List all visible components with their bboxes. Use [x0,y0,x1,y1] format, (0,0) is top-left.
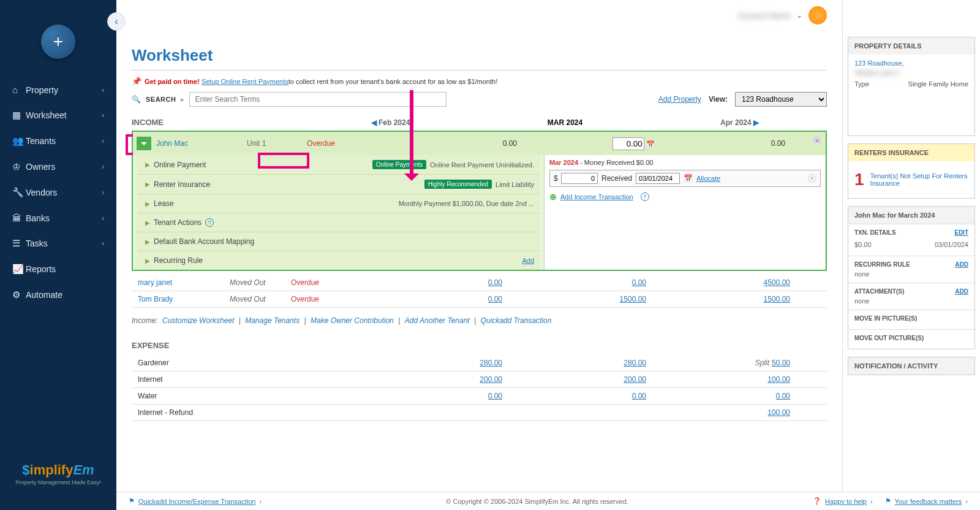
help-icon[interactable]: ? [641,192,649,201]
bank-icon: 🏛 [12,213,26,223]
pin-icon: 📌 [132,77,141,86]
page-title: Worksheet [132,46,827,65]
income-row[interactable]: Tom Brady Moved Out Overdue 0.00 1500.00… [132,291,827,308]
expense-row[interactable]: Gardener 280.00 280.00 Split50.00 [132,355,827,371]
nav-reports[interactable]: 📈Reports [0,256,116,282]
view-select[interactable]: 123 Roadhouse [735,92,827,107]
expand-icon: ▶ [145,161,150,168]
nav-worksheet[interactable]: ▦Worksheet› [0,102,116,128]
amount-prev[interactable]: 0.00 [503,139,517,148]
date-input[interactable] [636,173,680,184]
sidebar: ‹ + ⌂Property› ▦Worksheet› 👥Tenants› ♔Ow… [0,0,116,510]
account-name[interactable]: Account Name [738,11,790,20]
expand-icon: ▶ [145,257,150,264]
nav-automate[interactable]: ⚙Automate [0,282,116,308]
expand-icon: ▶ [145,181,150,188]
nav: ⌂Property› ▦Worksheet› 👥Tenants› ♔Owners… [0,77,116,308]
topbar: Account Name ⌄ [738,6,827,25]
customize-worksheet-link[interactable]: Customize Worksheet [162,316,234,325]
search-icon: 🔍 [132,95,141,104]
income-header: INCOME [132,118,303,127]
chevron-down-icon[interactable]: ⌄ [796,11,802,20]
sidebar-collapse-button[interactable]: ‹ [107,12,126,31]
income-actions: Income: Customize Worksheet | Manage Ten… [132,316,827,325]
sub-online-payment[interactable]: ▶ Online Payment Online Payments Online … [137,155,540,175]
nav-property[interactable]: ⌂Property› [0,77,116,102]
chevron-right-icon: › [102,137,104,145]
flag-icon: ⚑ [885,497,891,505]
add-attachment-link[interactable]: ADD [955,288,968,295]
sub-renter-insurance[interactable]: ▶ Renter Insurance Highly Recommended Li… [137,175,540,194]
tenant-name[interactable]: John Mac [156,139,247,148]
notification-card: NOTIFICATION / ACTIVITY [848,357,975,375]
add-button[interactable]: + [41,25,75,59]
current-month: MAR 2024 [478,118,652,127]
nav-banks[interactable]: 🏛Banks› [0,205,116,230]
edit-txn-link[interactable]: EDIT [954,229,968,236]
annotation-highlight-box [258,153,309,169]
view-label: View: [709,95,728,104]
income-row[interactable]: mary janet Moved Out Overdue 0.00 0.00 4… [132,275,827,291]
footer: ⚑ Quickadd Income/Expense Transaction › … [116,492,980,510]
insurance-count: 1 [854,170,864,189]
txn-details-card: John Mac for March 2024 TXN. DETAILSEDIT… [848,206,975,349]
manage-tenants-link[interactable]: Manage Tenants [245,316,300,325]
nav-tasks[interactable]: ☰Tasks› [0,230,116,256]
renters-insurance-card: RENTERS INSURANCE 1 Tenant(s) Not Setup … [848,143,975,199]
chevron-right-icon: › [102,239,104,248]
expense-row[interactable]: Internet - Refund 100.00 [132,405,827,421]
avatar[interactable] [809,6,827,25]
chevron-right-icon: › [102,162,104,171]
sub-recurring-rule[interactable]: ▶ Recurring Rule Add [137,251,540,270]
property-details-card: PROPERTY DETAILS 123 Roadhouse, Street L… [848,37,975,136]
add-income-transaction-link[interactable]: Add Income Transaction [560,193,633,200]
amount-cur-input[interactable] [612,137,644,150]
setup-payments-link[interactable]: Setup Online Rent Payments [202,78,288,85]
main-content: Account Name ⌄ Worksheet 📌 Get paid on t… [116,0,842,510]
sub-lease[interactable]: ▶ Lease Monthly Payment $1,000.00, Due d… [137,194,540,213]
amount-input[interactable] [561,173,598,184]
expand-icon: ▶ [145,238,150,245]
search-label: SEARCH [146,96,176,103]
next-month-button[interactable]: ▶ [753,118,759,127]
add-rule-link[interactable]: ADD [955,261,968,268]
logo: $implifyEm Property Management Made Easy… [15,462,100,485]
add-property-link[interactable]: Add Property [658,95,701,104]
prev-month-button[interactable]: ◀ [371,118,377,127]
nav-vendors[interactable]: 🔧Vendors› [0,180,116,205]
highly-recommended-badge: Highly Recommended [424,180,492,189]
calendar-icon[interactable]: 📅 [684,174,693,183]
sub-bank-mapping[interactable]: ▶ Default Bank Account Mapping [137,232,540,251]
feedback-link[interactable]: Your feedback matters [895,498,962,505]
expense-row[interactable]: Internet 200.00 200.00 100.00 [132,371,827,388]
calendar-icon[interactable]: 📅 [646,140,655,148]
insurance-setup-link[interactable]: Tenant(s) Not Setup For Renters Insuranc… [870,172,968,187]
online-payments-badge[interactable]: Online Payments [372,160,426,169]
sub-tenant-actions[interactable]: ▶ Tenant Actions ? [137,213,540,232]
help-icon[interactable]: ? [205,218,214,227]
quickadd-footer-link[interactable]: Quickadd Income/Expense Transaction [138,498,255,505]
nav-tenants[interactable]: 👥Tenants› [0,128,116,154]
copyright: © Copyright © 2006-2024 SimplifyEm Inc. … [262,498,813,505]
expense-row[interactable]: Water 0.00 0.00 0.00 [132,388,827,405]
amount-next[interactable]: 0.00 [771,139,785,148]
status-overdue: Overdue [307,139,411,148]
details-panel: PROPERTY DETAILS 123 Roadhouse, Street L… [842,0,980,510]
chevron-right-icon: › [102,111,104,120]
grid-icon: ▦ [12,110,26,121]
close-button[interactable]: ✕ [812,135,822,145]
clear-button[interactable]: ✕ [808,174,816,183]
row-dropdown-toggle[interactable] [137,137,151,150]
search-input[interactable] [189,92,447,107]
chart-icon: 📈 [12,264,26,275]
make-owner-contribution-link[interactable]: Make Owner Contribution [311,316,394,325]
expanded-tenant-block: John Mac Unit 1 Overdue 0.00 📅 0.00 ✕ ▶ … [132,131,827,271]
add-rule-link[interactable]: Add [522,257,534,264]
allocate-link[interactable]: Allocate [696,175,720,182]
add-another-tenant-link[interactable]: Add Another Tenant [405,316,470,325]
property-address[interactable]: 123 Roadhouse, [854,59,968,67]
nav-owners[interactable]: ♔Owners› [0,154,116,180]
quickadd-transaction-link[interactable]: Quickadd Transaction [481,316,552,325]
happy-to-help-link[interactable]: Happy to help [825,498,867,505]
wrench-icon: 🔧 [12,187,26,198]
